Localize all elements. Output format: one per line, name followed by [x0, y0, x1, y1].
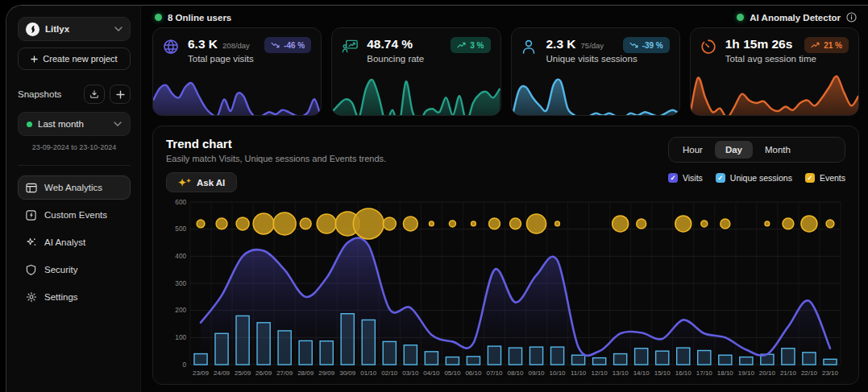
svg-text:300: 300 — [175, 280, 186, 287]
svg-text:30/09: 30/09 — [339, 369, 356, 377]
trend-badge: -46 % — [264, 37, 311, 53]
sidebar-item-label: Custom Events — [44, 210, 107, 220]
svg-text:24/09: 24/09 — [214, 369, 230, 377]
trend-badge: 21 % — [804, 37, 849, 53]
bounce-rate-icon — [342, 37, 359, 64]
create-project-button[interactable]: Create new project — [18, 47, 131, 70]
trending-down-icon — [271, 42, 280, 48]
chevron-down-icon — [114, 27, 123, 31]
sparkles-icon — [25, 237, 37, 248]
anomaly-status-dot — [737, 14, 744, 21]
svg-text:20/10: 20/10 — [759, 369, 776, 377]
globe-icon — [163, 37, 181, 64]
app-window: Litlyx Create new project Snapshots Last… — [6, 5, 868, 392]
trend-chart-subtitle: Easily match Visits, Unique sessions and… — [166, 154, 386, 163]
checkbox-unique-sessions[interactable]: ✓ — [716, 173, 725, 183]
svg-text:03/10: 03/10 — [402, 369, 419, 377]
trending-up-icon — [457, 42, 466, 48]
stat-card-total-page-visits[interactable]: 6.3 K 208/day Total page visits -46 % — [152, 27, 322, 116]
svg-text:07/10: 07/10 — [486, 369, 503, 377]
svg-text:29/09: 29/09 — [318, 369, 335, 377]
trend-chart-canvas[interactable]: 010020030040050060023/0924/0925/0926/092… — [166, 194, 845, 378]
trending-down-icon — [629, 42, 638, 48]
svg-text:12/10: 12/10 — [592, 369, 608, 377]
ai-sparkle-icon: ✦✦ — [178, 178, 191, 188]
svg-text:500: 500 — [175, 225, 186, 233]
svg-text:15/10: 15/10 — [654, 369, 671, 377]
svg-text:0: 0 — [182, 361, 186, 369]
sparkline-session-time — [691, 67, 858, 116]
tab-hour[interactable]: Hour — [672, 141, 713, 159]
stat-value: 1h 15m 26s — [725, 37, 793, 52]
snapshot-range-selector[interactable]: Last month — [18, 112, 131, 136]
legend-visits[interactable]: ✓ Visits — [668, 173, 703, 183]
lightning-square-icon — [25, 210, 37, 221]
sidebar-item-ai-analyst[interactable]: AI Analyst — [18, 230, 131, 254]
add-snapshot-button[interactable] — [110, 85, 131, 104]
trend-chart-title: Trend chart — [166, 137, 386, 151]
svg-text:14/10: 14/10 — [633, 369, 650, 377]
x-axis-labels: 23/0924/0925/0926/0927/0928/0929/0930/09… — [193, 369, 839, 377]
svg-text:18/10: 18/10 — [717, 369, 734, 377]
svg-text:04/10: 04/10 — [423, 369, 440, 377]
sidebar-item-web-analytics[interactable]: Web Analytics — [18, 175, 131, 200]
snapshots-label: Snapshots — [18, 89, 79, 99]
online-users-label: 8 Online users — [168, 13, 231, 23]
tab-day[interactable]: Day — [715, 141, 753, 159]
project-selector[interactable]: Litlyx — [18, 17, 131, 41]
gear-icon — [25, 291, 37, 303]
sparkline-unique-visits — [512, 67, 679, 116]
tab-month[interactable]: Month — [754, 141, 801, 159]
stat-label: Unique visits sessions — [546, 54, 616, 64]
stat-rate: 75/day — [581, 41, 604, 50]
trend-badge: 3 % — [451, 37, 490, 53]
svg-text:05/10: 05/10 — [444, 369, 461, 377]
person-icon — [521, 37, 539, 64]
sidebar-item-settings[interactable]: Settings — [18, 285, 131, 309]
svg-text:09/10: 09/10 — [529, 369, 546, 377]
topbar: 8 Online users AI Anomaly Detector — [152, 12, 859, 23]
svg-text:26/09: 26/09 — [255, 369, 272, 377]
shield-icon — [25, 264, 37, 275]
sidebar-item-label: Settings — [44, 292, 78, 302]
chart-legend: ✓ Visits ✓ Unique sessions ✓ Events — [668, 173, 845, 183]
stat-label: Total page visits — [188, 54, 257, 64]
sidebar-item-security[interactable]: Security — [18, 258, 131, 282]
ask-ai-label: Ask AI — [197, 178, 225, 188]
checkbox-events[interactable]: ✓ — [805, 173, 815, 183]
snapshot-range-label: Last month — [38, 119, 108, 129]
svg-text:01/10: 01/10 — [360, 369, 377, 377]
trend-chart-card: Trend chart Easily match Visits, Unique … — [152, 126, 859, 385]
svg-text:23/10: 23/10 — [822, 369, 839, 377]
ask-ai-button[interactable]: ✦✦ Ask AI — [166, 172, 237, 192]
legend-unique-sessions[interactable]: ✓ Unique sessions — [716, 173, 792, 183]
svg-text:28/09: 28/09 — [297, 369, 314, 377]
stat-card-session-time[interactable]: 1h 15m 26s Total avg session time 21 % — [690, 27, 859, 116]
sidebar-item-label: Security — [44, 265, 78, 274]
chevron-down-icon — [114, 122, 122, 126]
sidebar-item-custom-events[interactable]: Custom Events — [18, 203, 131, 227]
stat-cards-row: 6.3 K 208/day Total page visits -46 % — [152, 27, 859, 116]
plus-icon — [31, 56, 38, 63]
time-granularity-toggle: Hour Day Month — [668, 137, 845, 163]
svg-text:16/10: 16/10 — [675, 369, 692, 377]
svg-text:11/10: 11/10 — [571, 369, 587, 377]
svg-text:23/09: 23/09 — [193, 369, 210, 377]
stat-label: Total avg session time — [725, 54, 797, 64]
stat-value: 2.3 K — [546, 37, 576, 52]
stat-label: Bouncing rate — [367, 54, 443, 64]
svg-text:27/09: 27/09 — [276, 369, 293, 377]
snapshot-date-range: 23-09-2024 to 23-10-2024 — [18, 143, 131, 151]
svg-text:21/10: 21/10 — [780, 369, 797, 377]
stat-rate: 208/day — [222, 41, 250, 50]
export-snapshot-button[interactable] — [84, 85, 105, 104]
stat-card-bouncing-rate[interactable]: 48.74 % Bouncing rate 3 % — [331, 27, 500, 116]
trending-up-icon — [811, 42, 820, 48]
checkbox-visits[interactable]: ✓ — [668, 173, 678, 183]
info-icon[interactable] — [846, 12, 857, 23]
sparkline-total-page-visits — [153, 67, 321, 116]
svg-text:08/10: 08/10 — [507, 369, 524, 377]
sparkline-bouncing-rate — [332, 67, 500, 116]
stat-card-unique-visits[interactable]: 2.3 K 75/day Unique visits sessions -39 … — [511, 27, 680, 116]
legend-events[interactable]: ✓ Events — [805, 173, 845, 183]
